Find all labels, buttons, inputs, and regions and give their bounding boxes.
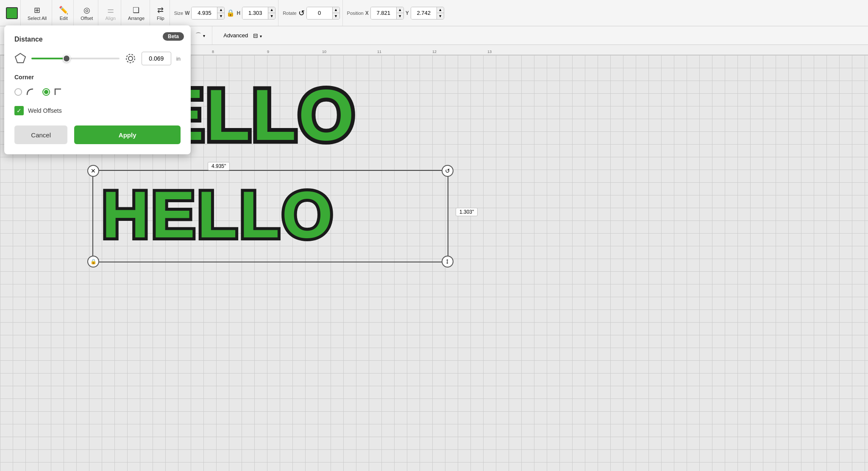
- svg-point-4: [126, 54, 135, 63]
- position-x-arrows: ▲ ▼: [396, 7, 403, 19]
- weld-offsets-label: Weld Offsets: [28, 107, 62, 114]
- corner-rounded-icon: [25, 86, 36, 98]
- offset-label: Offset: [81, 16, 93, 21]
- select-all-label: Select All: [28, 16, 47, 21]
- position-y-up[interactable]: ▲: [437, 7, 444, 13]
- size-w-up[interactable]: ▲: [217, 7, 224, 13]
- position-y-down[interactable]: ▼: [437, 13, 444, 19]
- size-w-input[interactable]: [192, 7, 217, 19]
- size-w-spinner[interactable]: ▲ ▼: [191, 7, 225, 20]
- align-label: Align: [105, 16, 115, 21]
- flip-label: Flip: [157, 16, 164, 21]
- size-h-arrows: ▲ ▼: [268, 7, 275, 19]
- corner-rounded-option[interactable]: [14, 86, 36, 98]
- svg-marker-2: [15, 53, 25, 63]
- hello-svg-bottom: HELLO: [97, 170, 445, 250]
- ruler-mark-8: 8: [212, 50, 214, 54]
- lock-icon[interactable]: 🔒: [226, 9, 235, 17]
- flip-button[interactable]: ⇄ Flip: [154, 4, 167, 22]
- rotate-up[interactable]: ▲: [333, 7, 339, 13]
- height-measure-label: 1.303": [456, 208, 478, 216]
- size-group: Size W ▲ ▼ 🔒 H ▲ ▼: [172, 0, 278, 26]
- size-h-spinner[interactable]: ▲ ▼: [242, 7, 275, 20]
- advanced-button[interactable]: ⊟ ▾: [250, 31, 264, 40]
- size-w-down[interactable]: ▼: [217, 13, 224, 19]
- lock-handle[interactable]: 🔒: [87, 256, 99, 268]
- apply-button[interactable]: Apply: [74, 125, 181, 144]
- advanced-section: Advanced ⊟ ▾: [219, 26, 269, 45]
- align-button[interactable]: ⚌ Align: [103, 4, 118, 22]
- arrange-button[interactable]: ❏ Arrange: [125, 4, 147, 22]
- weld-offsets-checkbox[interactable]: ✓: [14, 106, 24, 115]
- advanced-label: Advanced: [223, 32, 248, 39]
- pentagon-icon: [14, 53, 26, 64]
- select-all-button[interactable]: ⊞ Select All: [25, 4, 49, 22]
- distance-slider-container[interactable]: [31, 54, 120, 63]
- curve-button[interactable]: ⌒ ▾: [193, 31, 208, 41]
- resize-handle[interactable]: ⤡: [439, 253, 456, 270]
- corner-row: [14, 86, 181, 98]
- position-label: Position: [347, 11, 364, 16]
- svg-point-3: [128, 56, 133, 61]
- align-icon: ⚌: [107, 6, 114, 15]
- distance-slider-track: [31, 58, 120, 59]
- edit-icon: ✏️: [59, 6, 68, 15]
- flip-group: ⇄ Flip: [152, 0, 170, 26]
- arrange-icon: ❏: [133, 6, 139, 15]
- position-y-spinner[interactable]: ▲ ▼: [411, 7, 444, 20]
- position-y-arrows: ▲ ▼: [437, 7, 444, 19]
- corner-sharp-radio-inner: [44, 90, 48, 94]
- cancel-button[interactable]: Cancel: [14, 125, 67, 144]
- position-x-down[interactable]: ▼: [397, 13, 403, 19]
- ruler-mark-12: 12: [432, 50, 437, 54]
- corner-sharp-radio[interactable]: [42, 88, 50, 96]
- advanced-icon: ⊟ ▾: [253, 32, 262, 39]
- flip-icon: ⇄: [157, 6, 164, 15]
- size-w-arrows: ▲ ▼: [217, 7, 224, 19]
- arrange-label: Arrange: [128, 16, 145, 21]
- rotate-down[interactable]: ▼: [333, 13, 339, 19]
- distance-value-input[interactable]: [142, 52, 171, 65]
- svg-text:HELLO: HELLO: [102, 178, 335, 250]
- distance-slider-thumb[interactable]: [63, 55, 70, 62]
- position-y-input[interactable]: [411, 7, 437, 19]
- position-x-input[interactable]: [371, 7, 396, 19]
- position-group: Position X ▲ ▼ Y ▲ ▼: [345, 0, 447, 26]
- offset-icon: ◎: [83, 6, 90, 15]
- size-h-group: H ▲ ▼: [236, 7, 275, 20]
- corner-sharp-option[interactable]: [42, 86, 64, 98]
- rotate-spinner[interactable]: ▲ ▼: [306, 7, 340, 20]
- position-x-label: X: [365, 10, 369, 16]
- corner-title: Corner: [14, 74, 181, 81]
- corner-rounded-radio[interactable]: [14, 88, 22, 96]
- width-measure-label: 4.935": [208, 162, 230, 170]
- beta-badge: Beta: [163, 32, 184, 41]
- distance-row: in: [14, 52, 181, 65]
- size-h-input[interactable]: [242, 7, 268, 19]
- size-h-down[interactable]: ▼: [268, 13, 275, 19]
- position-x-spinner[interactable]: ▲ ▼: [370, 7, 404, 20]
- size-h-label: H: [236, 10, 240, 16]
- position-y-label: Y: [406, 10, 409, 16]
- rotate-label: Rotate: [283, 11, 296, 16]
- offset-button[interactable]: ◎ Offset: [78, 4, 95, 22]
- edit-group: ✏️ Edit: [54, 0, 74, 26]
- color-swatch[interactable]: [6, 7, 18, 19]
- size-h-up[interactable]: ▲: [268, 7, 275, 13]
- edit-button[interactable]: ✏️ Edit: [56, 4, 71, 22]
- rotate-group: Rotate ↺ ▲ ▼: [280, 0, 342, 26]
- distance-unit-label: in: [176, 56, 181, 62]
- size-label: Size: [174, 11, 183, 16]
- distance-slider-fill: [31, 58, 67, 59]
- select-all-group: ⊞ Select All: [22, 0, 52, 26]
- settings-icon: [125, 53, 136, 64]
- size-w-group: W ▲ ▼: [185, 7, 225, 20]
- rotate-input[interactable]: [307, 7, 332, 19]
- close-handle[interactable]: ✕: [87, 165, 99, 177]
- hello-text-bottom: HELLO: [97, 170, 445, 251]
- weld-offsets-row: ✓ Weld Offsets: [14, 106, 181, 115]
- rotate-handle[interactable]: ↺: [442, 165, 453, 177]
- offset-dialog: Beta Distance in Corner: [4, 25, 191, 154]
- edit-label: Edit: [60, 16, 68, 21]
- position-x-up[interactable]: ▲: [397, 7, 403, 13]
